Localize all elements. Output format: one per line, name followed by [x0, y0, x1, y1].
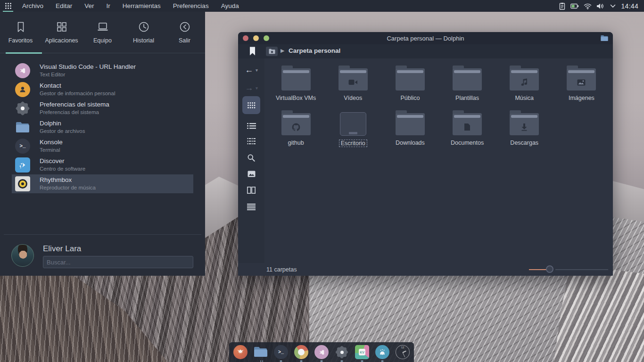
folder-plain-icon [453, 68, 482, 90]
folder-downloads-icon [510, 113, 539, 135]
app-subtitle: Reproductor de música [40, 184, 96, 191]
app-item-konsole[interactable]: >_ Konsole Terminal [12, 137, 193, 156]
tab-favoritos[interactable]: Favoritos [0, 12, 41, 53]
system-settings-icon [335, 345, 349, 359]
back-dropdown-icon[interactable]: ▾ [256, 68, 258, 73]
app-item-dolphin[interactable]: Dolphin Gestor de archivos [12, 118, 193, 137]
split-view-button[interactable] [238, 187, 264, 194]
menu-archivo[interactable]: Archivo [16, 0, 50, 12]
details-view-button[interactable] [238, 123, 264, 129]
chevron-down-icon[interactable] [609, 2, 617, 10]
menu-ver[interactable]: Ver [78, 0, 100, 12]
search-button[interactable] [238, 154, 264, 162]
close-button[interactable] [243, 35, 248, 41]
bookmark-icon [15, 21, 27, 33]
launcher-tabs: Favoritos Aplicaciones Equipo Historial … [0, 12, 205, 53]
tab-historial[interactable]: Historial [123, 12, 164, 53]
folder-item-documentos[interactable]: Documentos [438, 107, 495, 152]
tab-salir[interactable]: Salir [164, 12, 205, 53]
avatar[interactable] [11, 244, 34, 267]
volume-icon[interactable] [596, 2, 604, 10]
bookmark-icon[interactable] [249, 47, 256, 58]
app-item-rhythmbox[interactable]: Rhythmbox Reproductor de música [12, 174, 193, 193]
menu-preferencias[interactable]: Preferencias [167, 0, 215, 12]
app-subtitle: Gestor de información personal [40, 90, 115, 97]
menu-editar[interactable]: Editar [50, 0, 78, 12]
app-subtitle: Text Editor [40, 71, 136, 78]
system-tray [558, 2, 617, 10]
maximize-button[interactable] [264, 35, 269, 41]
forward-button[interactable]: →▾ [238, 83, 264, 93]
folder-item-virtualbox-vms[interactable]: VirtualBox VMs [267, 62, 324, 107]
icons-view-button[interactable] [242, 96, 260, 114]
app-title: Dolphin [40, 120, 85, 128]
folder-item-escritorio[interactable]: Escritorio [324, 107, 381, 152]
folder-item-musica[interactable]: Música [496, 62, 553, 107]
app-title: Preferencias del sistema [40, 101, 109, 109]
dolphin-statusbar: 11 carpetas [238, 263, 613, 276]
desktop-icon [340, 112, 366, 136]
breadcrumb-separator-icon: ▶ [281, 48, 284, 54]
app-item-kontact[interactable]: Kontact Gestor de información personal [12, 80, 193, 99]
dock-item-kvantum[interactable]: KV [355, 345, 369, 359]
back-button[interactable]: ←▾ [238, 65, 264, 75]
dolphin-location-bar: ▶ Carpeta personal [238, 44, 613, 58]
wifi-icon[interactable] [583, 2, 592, 10]
tab-equipo[interactable]: Equipo [82, 12, 123, 53]
app-launcher-icon[interactable] [0, 0, 16, 12]
chromium-icon [294, 345, 308, 359]
dock-item-gitkraken[interactable] [375, 345, 389, 359]
computer-icon [97, 21, 109, 33]
dock-item-chromium[interactable] [294, 345, 308, 359]
breadcrumb[interactable]: Carpeta personal [289, 47, 340, 54]
breadcrumb-home-button[interactable] [266, 47, 278, 56]
menu-button[interactable] [238, 204, 264, 210]
tab-aplicaciones[interactable]: Aplicaciones [41, 12, 82, 53]
vscode-icon [314, 345, 329, 359]
app-item-vscode[interactable]: Visual Studio Code - URL Handler Text Ed… [12, 61, 193, 80]
firefox-icon [233, 345, 248, 359]
app-title: Rhythmbox [40, 176, 96, 184]
zoom-slider-handle[interactable] [546, 265, 553, 273]
dock-item-file-manager[interactable] [254, 345, 268, 359]
taskbar-clock[interactable]: 14:44 [621, 2, 638, 10]
folder-label: Downloads [396, 140, 425, 146]
desktop: Archivo Editar Ver Ir Herramientas Prefe… [0, 0, 644, 362]
rhythmbox-icon [15, 176, 30, 191]
zoom-slider[interactable] [529, 263, 609, 276]
folder-item-downloads[interactable]: Downloads [381, 107, 438, 152]
clipboard-icon[interactable] [558, 2, 566, 10]
folder-item-plantillas[interactable]: Plantillas [438, 62, 495, 107]
battery-icon[interactable] [570, 2, 579, 10]
menu-ir[interactable]: Ir [100, 0, 116, 12]
zoom-slider-track [555, 269, 608, 270]
preview-button[interactable] [238, 171, 264, 177]
app-item-discover[interactable]: Discover Centro de software [12, 156, 193, 174]
folder-item-github[interactable]: github [267, 107, 324, 152]
folder-images-icon [567, 68, 596, 90]
folder-label: Imágenes [569, 95, 594, 101]
dolphin-titlebar[interactable]: Carpeta personal — Dolphin [238, 32, 613, 44]
app-item-system-settings[interactable]: Preferencias del sistema Preferencias de… [12, 99, 193, 118]
menu-herramientas[interactable]: Herramientas [116, 0, 167, 12]
clock-widget-icon: 12 [396, 345, 410, 359]
compact-view-button[interactable] [238, 138, 264, 145]
app-title: Kontact [40, 82, 115, 90]
folder-item-imagenes[interactable]: Imágenes [553, 62, 610, 107]
vscode-icon [15, 63, 30, 78]
search-input[interactable] [43, 256, 193, 268]
folder-item-videos[interactable]: Vídeos [324, 62, 381, 107]
dock-item-system-settings[interactable] [335, 345, 349, 359]
folder-item-descargas[interactable]: Descargas [496, 107, 553, 152]
dock-item-vscode[interactable] [314, 345, 329, 359]
dock-item-firefox[interactable] [233, 345, 248, 359]
dock-item-clock[interactable]: 12 [396, 345, 410, 359]
folder-item-publico[interactable]: Público [381, 62, 438, 107]
app-subtitle: Gestor de archivos [40, 128, 85, 134]
folder-plain-icon [396, 68, 425, 90]
menu-ayuda[interactable]: Ayuda [215, 0, 245, 12]
folder-label: Vídeos [344, 95, 362, 101]
dock-item-konsole[interactable]: >_ [274, 345, 288, 359]
folder-music-icon [510, 68, 539, 90]
minimize-button[interactable] [253, 35, 259, 41]
